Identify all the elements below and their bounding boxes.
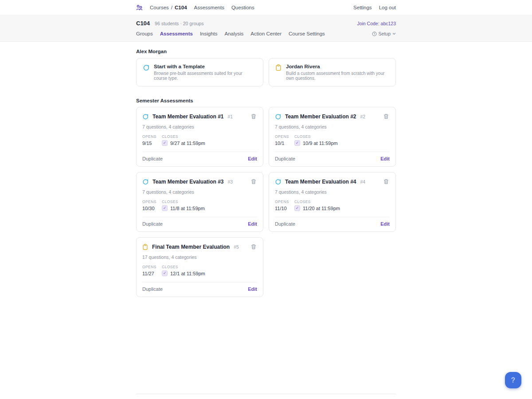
assessment-badge: #4	[360, 179, 366, 184]
duplicate-button[interactable]: Duplicate	[275, 156, 295, 161]
opens-label: OPENS	[142, 200, 162, 204]
chat-bubble-icon	[142, 179, 149, 185]
assessment-badge: #2	[360, 114, 366, 119]
tab-action-center[interactable]: Action Center	[250, 31, 282, 36]
trash-icon	[251, 244, 256, 250]
assessment-summary: 7 questions, 4 categories	[142, 124, 257, 129]
section-title: Semester Assessments	[136, 98, 396, 103]
edit-link[interactable]: Edit	[248, 286, 257, 292]
breadcrumb-course[interactable]: C104	[175, 5, 187, 10]
check-icon: ✓	[163, 141, 167, 145]
course-title: C104	[136, 20, 150, 27]
course-meta: 96 students · 20 groups	[155, 21, 203, 26]
assessment-card: Team Member Evaluation #4 #4 7 questions…	[269, 172, 396, 232]
assessment-card: Team Member Evaluation #3 #3 7 questions…	[136, 172, 263, 232]
assessment-badge: #1	[228, 114, 233, 119]
assessment-title: Final Team Member Evaluation	[152, 244, 230, 250]
nav-link-assessments[interactable]: Assessments	[194, 5, 224, 10]
breadcrumb: Courses / C104	[150, 5, 187, 10]
assessment-title: Team Member Evaluation #1	[153, 113, 224, 120]
chat-bubble-icon	[143, 64, 149, 81]
opens-value: 10/1	[275, 141, 294, 146]
edit-link[interactable]: Edit	[380, 156, 390, 161]
closes-label: CLOSES	[294, 134, 338, 139]
footer: CoStudy Privacy Terms	[136, 394, 396, 399]
template-card-description: Build a custom assessment from scratch w…	[286, 71, 389, 81]
opens-value: 9/15	[142, 141, 162, 146]
closes-checkbox[interactable]: ✓	[162, 140, 168, 146]
assessment-summary: 17 questions, 4 categories	[142, 254, 257, 260]
template-card-start-with-template[interactable]: Start with a Template Browse pre-built a…	[136, 58, 263, 86]
closes-value: 10/9 at 11:59pm	[303, 141, 338, 146]
clock-icon	[372, 31, 377, 36]
nav-link-settings[interactable]: Settings	[353, 5, 372, 10]
closes-checkbox[interactable]: ✓	[294, 140, 300, 146]
edit-link[interactable]: Edit	[380, 221, 390, 227]
closes-checkbox[interactable]: ✓	[294, 205, 300, 211]
duplicate-button[interactable]: Duplicate	[142, 286, 163, 292]
template-card-custom[interactable]: Jordan Rivera Build a custom assessment …	[269, 58, 396, 86]
template-card-title: Start with a Template	[154, 64, 257, 69]
delete-button[interactable]	[250, 178, 257, 185]
tab-groups[interactable]: Groups	[136, 31, 153, 36]
course-tabs: Groups Assessments Insights Analysis Act…	[136, 27, 396, 41]
assessment-card: Final Team Member Evaluation #5 17 quest…	[136, 237, 263, 297]
assessment-title: Team Member Evaluation #2	[285, 113, 356, 120]
assessment-summary: 7 questions, 4 categories	[142, 189, 257, 195]
chat-bubble-icon	[275, 179, 281, 185]
trash-icon	[383, 179, 389, 184]
assessment-summary: 7 questions, 4 categories	[275, 189, 390, 195]
setup-button[interactable]: Setup	[372, 31, 396, 36]
clipboard-icon	[142, 244, 148, 250]
opens-value: 10/30	[142, 206, 162, 211]
edit-link[interactable]: Edit	[248, 156, 257, 161]
delete-button[interactable]	[383, 113, 390, 120]
assessment-badge: #5	[234, 244, 239, 250]
chevron-down-icon	[392, 32, 396, 35]
closes-checkbox[interactable]: ✓	[162, 205, 168, 211]
assessment-title: Team Member Evaluation #3	[153, 179, 224, 185]
tab-analysis[interactable]: Analysis	[225, 31, 244, 36]
closes-label: CLOSES	[162, 265, 205, 269]
setup-label: Setup	[379, 31, 391, 36]
closes-value: 11/8 at 11:59pm	[170, 206, 205, 211]
assessment-badge: #3	[228, 179, 233, 184]
nav-link-questions[interactable]: Questions	[231, 5, 254, 10]
tab-assessments[interactable]: Assessments	[160, 31, 193, 36]
trash-icon	[383, 113, 389, 119]
closes-label: CLOSES	[162, 134, 205, 139]
delete-button[interactable]	[250, 243, 257, 250]
closes-checkbox[interactable]: ✓	[162, 270, 168, 276]
tab-insights[interactable]: Insights	[200, 31, 218, 36]
duplicate-button[interactable]: Duplicate	[142, 221, 163, 227]
help-button[interactable]: ?	[505, 372, 521, 388]
top-nav: Courses / C104 Assessments Questions Set…	[0, 0, 532, 15]
nav-link-logout[interactable]: Log out	[379, 5, 396, 10]
closes-value: 12/1 at 11:59pm	[170, 271, 205, 276]
join-code: Join Code: abc123	[357, 21, 396, 26]
delete-button[interactable]	[383, 178, 390, 185]
app-logo-icon[interactable]	[136, 4, 143, 10]
opens-label: OPENS	[275, 134, 294, 139]
closes-value: 9/27 at 11:59pm	[170, 141, 205, 146]
duplicate-button[interactable]: Duplicate	[275, 221, 295, 227]
opens-value: 11/27	[142, 271, 162, 276]
clipboard-icon	[275, 64, 282, 81]
assessments-grid: Team Member Evaluation #1 #1 7 questions…	[136, 107, 396, 297]
breadcrumb-separator: /	[171, 5, 172, 10]
tab-course-settings[interactable]: Course Settings	[289, 31, 325, 36]
opens-label: OPENS	[142, 134, 162, 139]
check-icon: ✓	[163, 271, 167, 275]
course-header: C104 96 students · 20 groups Join Code: …	[0, 15, 532, 42]
duplicate-button[interactable]: Duplicate	[142, 156, 163, 161]
chat-bubble-icon	[142, 113, 149, 120]
trash-icon	[251, 113, 256, 119]
closes-label: CLOSES	[294, 200, 340, 204]
delete-button[interactable]	[250, 113, 257, 120]
assessment-summary: 7 questions, 4 categories	[275, 124, 390, 129]
assessment-title: Team Member Evaluation #4	[285, 179, 356, 185]
edit-link[interactable]: Edit	[248, 221, 257, 227]
breadcrumb-courses-link[interactable]: Courses	[150, 5, 169, 10]
chat-bubble-icon	[275, 113, 281, 120]
closes-value: 11/20 at 11:59pm	[303, 206, 340, 211]
